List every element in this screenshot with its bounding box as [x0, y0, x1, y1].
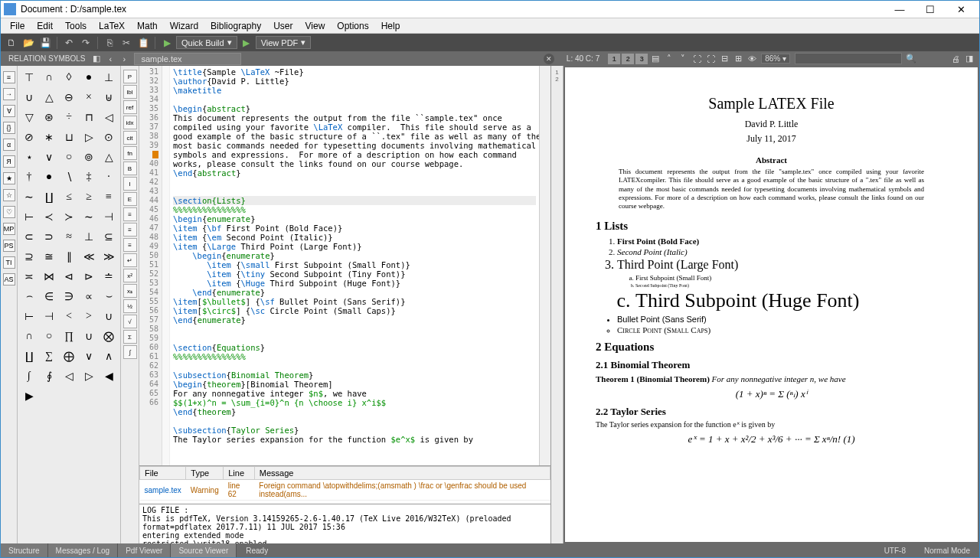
- menu-options[interactable]: Options: [331, 19, 374, 33]
- symbol-button[interactable]: ◀: [99, 366, 119, 386]
- cat-delim-icon[interactable]: {}: [3, 122, 15, 134]
- copy-icon[interactable]: ⎘: [102, 35, 117, 51]
- symbol-button[interactable]: ≅: [39, 246, 59, 266]
- arrow-up-icon[interactable]: ˄: [662, 53, 676, 65]
- symbol-button[interactable]: ⊣: [39, 306, 59, 326]
- symbol-button[interactable]: ∪: [19, 87, 39, 107]
- symbol-button[interactable]: ‡: [79, 167, 99, 187]
- symbol-button[interactable]: ∪: [79, 326, 99, 346]
- page-3-button[interactable]: 3: [635, 54, 648, 64]
- redo-icon[interactable]: ↷: [78, 35, 93, 51]
- symbol-button[interactable]: ≐: [99, 266, 119, 286]
- menu-math[interactable]: Math: [131, 19, 164, 33]
- symbol-button[interactable]: ⊛: [39, 107, 59, 127]
- symbol-button[interactable]: ⊇: [19, 246, 39, 266]
- undo-icon[interactable]: ↶: [61, 35, 77, 51]
- emph-icon[interactable]: E: [123, 192, 137, 206]
- panel-collapse-icon[interactable]: ◧: [90, 53, 103, 65]
- center-icon[interactable]: ≡: [123, 223, 137, 237]
- symbol-button[interactable]: ≥: [79, 187, 99, 207]
- minimize-button[interactable]: —: [884, 1, 915, 18]
- newline-icon[interactable]: ↵: [123, 253, 137, 267]
- run-icon[interactable]: ▶: [159, 35, 175, 51]
- sub-icon[interactable]: x₂: [123, 284, 137, 298]
- bold-icon[interactable]: B: [123, 162, 137, 175]
- symbol-button[interactable]: ⊢: [19, 207, 39, 227]
- symbol-button[interactable]: <: [59, 306, 79, 326]
- sup-icon[interactable]: x²: [123, 269, 137, 282]
- symbol-button[interactable]: ·: [99, 167, 119, 187]
- view-icon[interactable]: ▶: [239, 35, 254, 51]
- symbol-button[interactable]: ⨂: [99, 326, 119, 346]
- arrow-down-icon[interactable]: ˅: [676, 53, 690, 65]
- zoom-level[interactable]: 86% ▾: [761, 54, 790, 64]
- menu-bibliography[interactable]: Bibliography: [204, 19, 267, 33]
- status-tab-structure[interactable]: Structure: [1, 543, 48, 558]
- index-icon[interactable]: idx: [123, 116, 137, 129]
- status-tab-pdf-viewer[interactable]: Pdf Viewer: [118, 543, 171, 558]
- frac-icon[interactable]: ½: [123, 299, 137, 313]
- symbol-button[interactable]: ▷: [79, 366, 99, 386]
- cat-user2-icon[interactable]: ☆: [3, 189, 15, 201]
- menu-help[interactable]: Help: [375, 19, 407, 33]
- symbol-button[interactable]: ●: [79, 67, 99, 87]
- message-row[interactable]: sample.texWarningline 62Foreign command …: [140, 480, 550, 501]
- cat-arrows-icon[interactable]: →: [3, 88, 15, 100]
- symbol-button[interactable]: ⊂: [19, 227, 39, 246]
- cut-icon[interactable]: ✂: [119, 35, 134, 51]
- menu-edit[interactable]: Edit: [31, 19, 59, 33]
- symbol-button[interactable]: ∮: [39, 366, 59, 386]
- cite-icon[interactable]: cit: [123, 131, 137, 145]
- cat-greek-icon[interactable]: α: [3, 139, 15, 151]
- symbol-button[interactable]: ◁: [59, 366, 79, 386]
- prev-tab-icon[interactable]: ‹: [103, 53, 117, 65]
- build-dropdown[interactable]: Quick Build▾: [176, 36, 237, 49]
- symbol-button[interactable]: ∐: [39, 187, 59, 207]
- symbol-button[interactable]: ⊃: [39, 227, 59, 246]
- menu-user[interactable]: User: [267, 19, 299, 33]
- symbol-button[interactable]: ⋆: [19, 147, 39, 167]
- symbol-button[interactable]: ≈: [59, 227, 79, 246]
- editor-scrollbar[interactable]: [539, 66, 550, 465]
- menu-latex[interactable]: LaTeX: [93, 19, 131, 33]
- symbol-button[interactable]: ⊣: [99, 207, 119, 227]
- code-content[interactable]: \title{Sample \LaTeX ~File}\author{David…: [170, 66, 539, 465]
- symbol-button[interactable]: △: [39, 87, 59, 107]
- symbol-button[interactable]: ▷: [79, 127, 99, 147]
- cat-as-icon[interactable]: AS: [3, 273, 15, 286]
- menu-tools[interactable]: Tools: [59, 19, 93, 33]
- symbol-button[interactable]: ▶: [19, 386, 39, 406]
- symbol-button[interactable]: ∼: [19, 187, 39, 207]
- symbol-button[interactable]: ▽: [19, 107, 39, 127]
- symbol-button[interactable]: ×: [79, 87, 99, 107]
- search-icon[interactable]: 🔍: [904, 53, 918, 65]
- symbol-button[interactable]: ∝: [79, 286, 99, 306]
- symbol-button[interactable]: ∥: [59, 246, 79, 266]
- left-icon[interactable]: ≡: [123, 207, 137, 221]
- symbol-button[interactable]: ⊥: [99, 67, 119, 87]
- maximize-button[interactable]: ☐: [915, 1, 946, 18]
- symbol-button[interactable]: ⊲: [59, 266, 79, 286]
- symbol-button[interactable]: ⊘: [19, 127, 39, 147]
- symbol-button[interactable]: ≺: [39, 207, 59, 227]
- symbol-button[interactable]: ∏: [59, 326, 79, 346]
- symbol-button[interactable]: ∈: [39, 286, 59, 306]
- symbol-button[interactable]: ∼: [79, 207, 99, 227]
- menu-file[interactable]: File: [4, 19, 31, 33]
- menu-wizard[interactable]: Wizard: [164, 19, 204, 33]
- symbol-button[interactable]: †: [19, 167, 39, 187]
- fit-page-icon[interactable]: ⛶: [704, 53, 717, 65]
- fit-width-icon[interactable]: ⛶: [690, 53, 704, 65]
- paste-icon[interactable]: 📋: [136, 35, 151, 51]
- panel-collapse-right-icon[interactable]: ◨: [962, 53, 976, 65]
- close-button[interactable]: ✕: [946, 1, 976, 18]
- open-file-icon[interactable]: 📂: [21, 35, 36, 51]
- symbol-button[interactable]: ∩: [19, 326, 39, 346]
- eye-icon[interactable]: 👁: [745, 53, 759, 65]
- menu-view[interactable]: View: [299, 19, 332, 33]
- symbol-button[interactable]: ⊖: [59, 87, 79, 107]
- pdf-preview[interactable]: 12 Sample LATEX File David P. Little Jul…: [551, 66, 979, 543]
- view-dropdown[interactable]: View PDF▾: [256, 36, 312, 49]
- symbol-button[interactable]: ∨: [39, 147, 59, 167]
- symbol-button[interactable]: ≻: [59, 207, 79, 227]
